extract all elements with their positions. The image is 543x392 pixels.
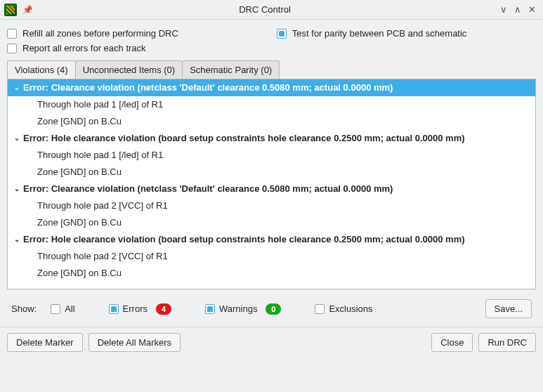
run-drc-button[interactable]: Run DRC xyxy=(478,333,536,352)
violation-row[interactable]: ⌄Error: Clearance violation (netclass 'D… xyxy=(8,79,535,96)
violation-detail[interactable]: Zone [GND] on B.Cu xyxy=(8,214,535,231)
report-label: Report all errors for each track xyxy=(22,43,146,53)
filter-warnings-checkbox[interactable] xyxy=(205,304,215,314)
chevron-down-icon[interactable]: ⌄ xyxy=(12,233,22,246)
filter-exclusions-label: Exclusions xyxy=(329,303,372,314)
delete-all-markers-button[interactable]: Delete All Markers xyxy=(89,333,181,352)
chevron-down-icon[interactable]: ⌄ xyxy=(12,132,22,145)
violation-detail[interactable]: Through hole pad 1 [/led] of R1 xyxy=(8,147,535,164)
violation-title: Error: Clearance violation (netclass 'De… xyxy=(23,81,393,94)
filter-warnings-label: Warnings xyxy=(219,303,257,314)
filter-errors-label: Errors xyxy=(123,303,148,314)
save-button[interactable]: Save... xyxy=(485,299,532,318)
chevron-down-icon[interactable]: ⌄ xyxy=(12,81,22,94)
tab-schematic-parity[interactable]: Schematic Parity (0) xyxy=(182,60,280,79)
violation-title: Error: Hole clearance violation (board s… xyxy=(23,132,465,145)
filter-errors-checkbox[interactable] xyxy=(109,304,119,314)
violation-detail[interactable]: Through hole pad 2 [VCC] of R1 xyxy=(8,197,535,214)
parity-checkbox[interactable] xyxy=(277,29,287,39)
close-icon[interactable]: ✕ xyxy=(525,4,539,15)
report-checkbox[interactable] xyxy=(7,44,17,53)
violation-detail[interactable]: Zone [GND] on B.Cu xyxy=(8,164,535,181)
filter-exclusions-checkbox[interactable] xyxy=(315,304,325,314)
refill-checkbox[interactable] xyxy=(7,29,17,39)
filter-all-label: All xyxy=(65,303,74,314)
violation-title: Error: Hole clearance violation (board s… xyxy=(23,233,465,246)
violation-title: Error: Clearance violation (netclass 'De… xyxy=(23,183,393,195)
maximize-icon[interactable]: ∧ xyxy=(511,4,525,15)
violation-detail[interactable]: Through hole pad 2 [VCC] of R1 xyxy=(8,248,535,265)
close-button[interactable]: Close xyxy=(431,333,473,352)
parity-label: Test for parity between PCB and schemati… xyxy=(292,28,467,39)
violation-detail[interactable]: Zone [GND] on B.Cu xyxy=(8,265,535,282)
chevron-down-icon[interactable]: ⌄ xyxy=(12,183,22,195)
violation-detail[interactable]: Zone [GND] on B.Cu xyxy=(8,113,535,130)
errors-count-badge: 4 xyxy=(156,303,171,315)
filter-all-checkbox[interactable] xyxy=(51,304,60,314)
violation-row[interactable]: ⌄Error: Hole clearance violation (board … xyxy=(8,130,535,147)
warnings-count-badge: 0 xyxy=(266,303,281,315)
tab-unconnected[interactable]: Unconnected Items (0) xyxy=(75,60,183,79)
app-icon xyxy=(4,4,17,16)
pin-icon[interactable]: 📌 xyxy=(22,5,33,15)
violations-tree[interactable]: ⌄Error: Clearance violation (netclass 'D… xyxy=(7,79,536,289)
violation-row[interactable]: ⌄Error: Clearance violation (netclass 'D… xyxy=(8,181,535,197)
violation-detail[interactable]: Through hole pad 1 [/led] of R1 xyxy=(8,96,535,113)
violation-row[interactable]: ⌄Error: Hole clearance violation (board … xyxy=(8,231,535,248)
delete-marker-button[interactable]: Delete Marker xyxy=(7,333,83,352)
refill-label: Refill all zones before performing DRC xyxy=(22,28,178,39)
tab-violations[interactable]: Violations (4) xyxy=(7,60,76,79)
window-title: DRC Control xyxy=(33,4,497,15)
show-label: Show: xyxy=(11,303,37,314)
minimize-icon[interactable]: ∨ xyxy=(497,4,511,15)
